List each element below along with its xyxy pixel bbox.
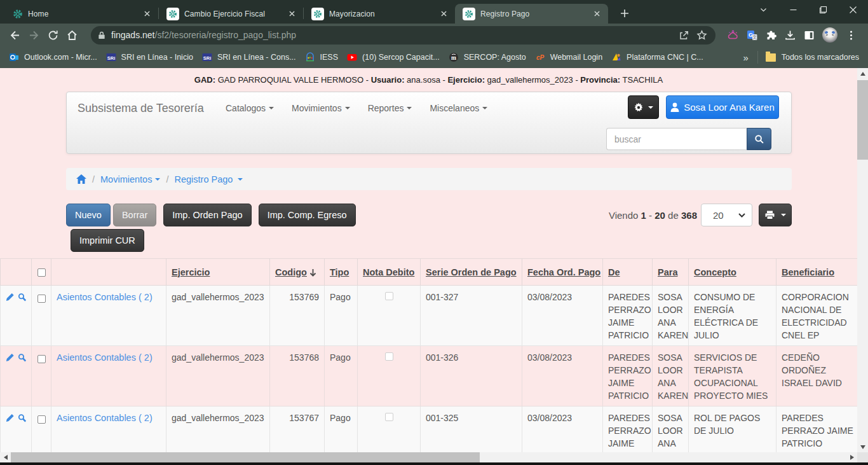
- address-bar[interactable]: fingads.net/sf2/tesoreria/registro_pago_…: [91, 26, 715, 45]
- profile-avatar[interactable]: [822, 27, 837, 43]
- cell-codigo: 153769: [270, 286, 325, 346]
- horizontal-scrollbar[interactable]: [0, 452, 857, 462]
- downloads-icon[interactable]: [780, 25, 799, 45]
- view-magnifier-icon[interactable]: [18, 292, 27, 302]
- sri-icon: SRi: [106, 52, 116, 62]
- menu-catalogos[interactable]: Catalogos: [217, 94, 283, 123]
- edit-pencil-icon[interactable]: [6, 413, 15, 423]
- scroll-up-icon[interactable]: [857, 68, 868, 79]
- all-bookmarks-button[interactable]: Todos los marcadores: [766, 50, 859, 65]
- imp-orden-pago-button[interactable]: Imp. Orden Pago: [163, 204, 251, 226]
- new-tab-button[interactable]: [616, 4, 634, 22]
- search-button[interactable]: [747, 128, 771, 150]
- vertical-scroll-thumb[interactable]: [857, 80, 868, 160]
- row-actions: [1, 346, 32, 406]
- scroll-left-icon[interactable]: [0, 452, 11, 462]
- maximize-icon[interactable]: [808, 0, 838, 20]
- asientos-link[interactable]: Asientos Contables ( 2): [57, 352, 153, 363]
- cell-nota-debito: [358, 286, 421, 346]
- bookmark-outlook[interactable]: Outlook.com - Micr...: [9, 50, 97, 65]
- triangle-up-icon: [860, 72, 865, 76]
- bookmark-plataforma-cnc[interactable]: Plataforma CNC | C...: [611, 50, 703, 65]
- scroll-right-icon[interactable]: [846, 452, 857, 462]
- kebab-menu-icon[interactable]: [841, 25, 860, 45]
- bookmarks-overflow-chevron[interactable]: »: [743, 52, 748, 63]
- bookmark-iess[interactable]: IESS: [305, 50, 339, 65]
- tab-close-icon[interactable]: [287, 9, 297, 19]
- translate-extension-icon[interactable]: G文: [742, 25, 761, 45]
- view-magnifier-icon[interactable]: [18, 352, 27, 363]
- settings-gear-button[interactable]: [628, 95, 659, 119]
- user-button[interactable]: Sosa Loor Ana Karen: [666, 95, 779, 119]
- view-magnifier-icon[interactable]: [18, 413, 27, 423]
- edit-pencil-icon[interactable]: [6, 292, 15, 302]
- share-icon[interactable]: [675, 26, 693, 44]
- bookmark-sri-consultas[interactable]: SRi SRI en Línea - Cons...: [202, 50, 296, 65]
- row-checkbox[interactable]: [37, 415, 46, 424]
- vertical-scrollbar[interactable]: [857, 68, 868, 452]
- nuevo-button[interactable]: Nuevo: [66, 204, 111, 226]
- search-input[interactable]: [606, 128, 747, 150]
- gad-value: GAD PARROQUIAL VALLE HERMOSO: [218, 75, 363, 85]
- favicon-gear-icon: [13, 9, 23, 19]
- print-button[interactable]: [759, 204, 792, 226]
- page-size-select[interactable]: 20: [701, 204, 752, 226]
- imprimir-cur-button[interactable]: Imprimir CUR: [71, 229, 144, 252]
- borrar-button[interactable]: Borrar: [113, 204, 156, 226]
- forward-icon[interactable]: [24, 25, 43, 45]
- bookmark-star-icon[interactable]: [693, 26, 710, 44]
- minimize-icon[interactable]: [778, 0, 808, 20]
- cell-tipo: Pago: [325, 286, 358, 346]
- reload-icon[interactable]: [43, 25, 62, 45]
- caret-down-icon: [781, 214, 786, 216]
- cell-ejercicio: gad_vallehermos_2023: [166, 286, 270, 346]
- header-serie-orden-pago: Serie Orden de Pago: [421, 259, 522, 286]
- printer-icon: [765, 211, 775, 219]
- breadcrumb-registro-pago[interactable]: Registro Pago: [174, 174, 243, 184]
- bookmark-sercop-agosto[interactable]: m SERCOP: Agosto: [449, 50, 526, 65]
- cell-de: PAREDES PERRAZO JAIME PATRICIO: [603, 286, 653, 346]
- tab-close-icon[interactable]: [438, 9, 449, 19]
- cloud-extension-icon[interactable]: [723, 25, 742, 45]
- tab-close-icon[interactable]: [592, 9, 602, 19]
- row-checkbox[interactable]: [37, 295, 46, 303]
- scroll-down-icon[interactable]: [857, 441, 868, 452]
- user-icon: [670, 102, 679, 112]
- cell-de: PAREDES PERRAZO JAIME PATRICIO: [603, 346, 653, 406]
- asientos-link[interactable]: Asientos Contables ( 2): [57, 292, 153, 302]
- row-checkbox[interactable]: [37, 355, 46, 363]
- bookmark-webmail[interactable]: cP Webmail Login: [535, 50, 602, 65]
- header-ejercicio: Ejercicio: [166, 259, 270, 286]
- bookmark-sri-inicio[interactable]: SRi SRI en Línea - Inicio: [106, 50, 193, 65]
- window-menu-chevron-icon[interactable]: [749, 0, 778, 20]
- bookmark-sercop-youtube[interactable]: (10) Sercop Capacit...: [347, 50, 440, 65]
- table-row: Asientos Contables ( 2) gad_vallehermos_…: [1, 286, 858, 346]
- menu-miscelaneos[interactable]: Miscelaneos: [421, 94, 496, 123]
- menu-movimientos[interactable]: Movimientos: [283, 94, 359, 123]
- header-nota-debito: Nota Debito: [358, 259, 421, 286]
- extensions-puzzle-icon[interactable]: [761, 25, 780, 45]
- tab-registro-pago-active[interactable]: Registro Pago: [455, 4, 608, 24]
- menu-reportes[interactable]: Reportes: [359, 94, 421, 123]
- back-icon[interactable]: [5, 25, 24, 45]
- tab-cambio-ejercicio[interactable]: Cambio Ejercicio Fiscal: [159, 4, 303, 24]
- home-icon[interactable]: [62, 25, 81, 45]
- breadcrumb-home-icon[interactable]: [76, 174, 86, 184]
- imp-comp-egreso-button[interactable]: Imp. Comp. Egreso: [259, 204, 356, 226]
- bookmarks-right-group: » Todos los marcadores: [740, 50, 859, 65]
- records-table: Ejercicio Codigo Tipo Nota Debito Serie …: [0, 258, 857, 452]
- tab-mayorizacion[interactable]: Mayorizacion: [304, 4, 455, 24]
- favicon-gear-icon: [463, 8, 475, 20]
- tab-home[interactable]: Home: [5, 4, 158, 24]
- breadcrumb-movimientos[interactable]: Movimientos: [100, 174, 160, 184]
- bookmarks-bar: Outlook.com - Micr... SRi SRI en Línea -…: [0, 46, 868, 68]
- paging-zone: Viendo 1 - 20 de 368 20: [609, 204, 792, 226]
- side-panel-icon[interactable]: [799, 25, 818, 45]
- sercop-icon: m: [449, 52, 459, 62]
- close-window-icon[interactable]: [838, 0, 868, 20]
- select-all-checkbox[interactable]: [37, 268, 46, 277]
- asientos-link[interactable]: Asientos Contables ( 2): [57, 413, 153, 423]
- tab-close-icon[interactable]: [142, 9, 152, 19]
- edit-pencil-icon[interactable]: [6, 352, 15, 363]
- horizontal-scroll-thumb[interactable]: [11, 452, 480, 462]
